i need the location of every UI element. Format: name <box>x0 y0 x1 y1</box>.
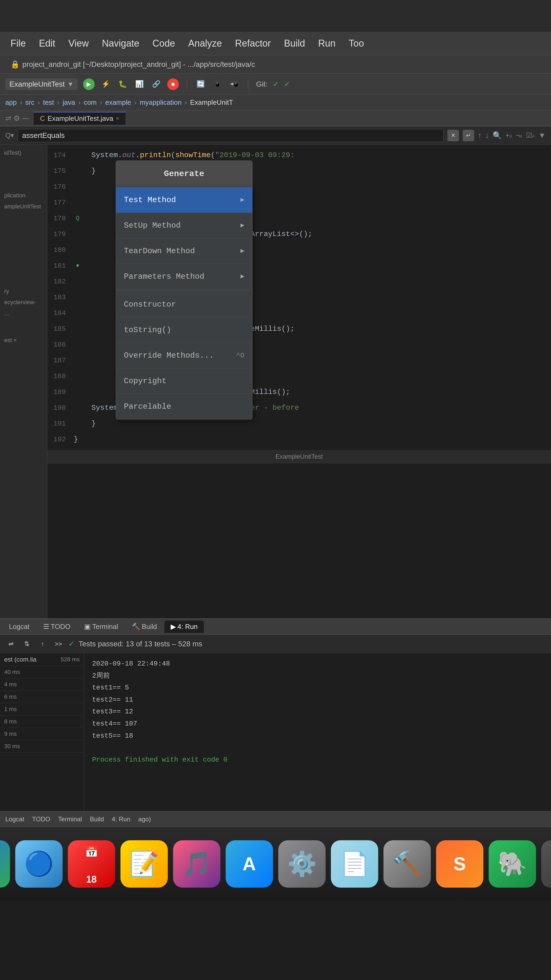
search-input[interactable] <box>17 129 444 142</box>
output-line-2: test1== 5 <box>92 682 543 694</box>
menu-file[interactable]: File <box>11 38 26 49</box>
search-options2[interactable]: ¬ᵢᵢ <box>516 131 522 140</box>
test-list-item-1[interactable]: 40 ms <box>0 666 84 678</box>
menu-setup-method[interactable]: SetUp Method ▶ <box>116 213 252 239</box>
tab-todo[interactable]: ☰ TODO <box>37 620 77 633</box>
status-terminal[interactable]: Terminal <box>58 816 82 823</box>
bc-test[interactable]: test <box>43 99 54 107</box>
search-options3[interactable]: ☑ᵢᵢ <box>526 131 535 140</box>
menu-teardown-label: TearDown Method <box>124 243 195 259</box>
status-logcat[interactable]: Logcat <box>5 816 24 823</box>
run-button[interactable]: ▶ <box>83 78 95 90</box>
bug-button[interactable]: 🐛 <box>117 78 129 90</box>
dock-item-evernote[interactable]: 🐘 <box>489 840 536 888</box>
search-down-icon[interactable]: ↓ <box>485 131 489 140</box>
dock-item-appstore[interactable]: A <box>225 840 273 888</box>
menu-parameters-method[interactable]: Parameters Method ▶ <box>116 264 252 290</box>
code-editor[interactable]: 174 System.out.println(showTime("2019-09… <box>47 145 551 619</box>
test-sort-btn[interactable]: ⇅ <box>21 638 33 650</box>
bc-java[interactable]: java <box>63 99 75 107</box>
dock-item-preview[interactable]: 📄 <box>331 840 378 888</box>
bc-class[interactable]: ExampleUnitT <box>190 99 233 107</box>
dock-item-sublime[interactable]: S <box>436 840 483 888</box>
tab-logcat[interactable]: Logcat <box>3 620 36 633</box>
tab-build[interactable]: 🔨 Build <box>125 620 164 633</box>
test-list-item-5[interactable]: 8 ms <box>0 716 84 728</box>
profile-button[interactable]: 📊 <box>133 78 145 90</box>
menu-override[interactable]: Override Methods... ^O <box>116 343 252 368</box>
dock-item-notes[interactable]: 📝 <box>121 840 168 888</box>
git-check1[interactable]: ✓ <box>273 80 279 88</box>
line-num-180: 180 <box>47 242 74 258</box>
status-run[interactable]: 4: Run <box>112 816 130 823</box>
menu-constructor[interactable]: Constructor <box>116 292 252 317</box>
menu-tostring[interactable]: toString() <box>116 317 252 343</box>
menu-test-method[interactable]: Test Method ▶ <box>116 188 252 213</box>
dock-item-finder[interactable]: 🔵 <box>15 840 63 888</box>
search-options1[interactable]: +ᵢᵢ <box>505 131 512 140</box>
menu-analyze[interactable]: Analyze <box>188 38 222 49</box>
bc-myapp[interactable]: myapplication <box>140 99 181 107</box>
sync-button[interactable]: 🔄 <box>195 78 206 90</box>
menu-view[interactable]: View <box>68 38 89 49</box>
menu-copyright[interactable]: Copyright <box>116 368 252 394</box>
stop-button[interactable]: ■ <box>167 78 179 90</box>
menu-teardown-method[interactable]: TearDown Method ▶ <box>116 239 252 264</box>
project-icon: 🔒 <box>11 60 20 69</box>
avd-button[interactable]: 📲 <box>229 78 240 90</box>
bc-com[interactable]: com <box>84 99 97 107</box>
bc-example[interactable]: example <box>105 99 131 107</box>
test-list-item-6[interactable]: 9 ms <box>0 728 84 740</box>
dock-item-calendar[interactable]: 📅 18 <box>68 840 115 888</box>
menu-edit[interactable]: Edit <box>39 38 55 49</box>
sidebar-toggle2[interactable]: ⚙ <box>13 114 20 123</box>
menu-code[interactable]: Code <box>152 38 175 49</box>
test-rerun-btn[interactable]: ⇌ <box>5 638 17 650</box>
sidebar-toggle1[interactable]: ⇌ <box>5 114 11 123</box>
search-filter[interactable]: ▼ <box>538 131 546 140</box>
test-list-item-4[interactable]: 1 ms <box>0 703 84 716</box>
dock-item-hammer[interactable]: 🔨 <box>383 840 431 888</box>
dock-item-safari[interactable]: 🌐 <box>0 840 10 888</box>
config-dropdown-icon[interactable]: ▼ <box>67 81 74 88</box>
menu-build[interactable]: Build <box>284 38 305 49</box>
generate-menu[interactable]: Test Method ▶ SetUp Method ▶ TearDown Me… <box>116 188 252 420</box>
attach-button[interactable]: 🔗 <box>151 78 162 90</box>
test-up-btn[interactable]: ↑ <box>37 638 48 650</box>
test-forward-btn[interactable]: >> <box>52 638 64 650</box>
debug-button[interactable]: ⚡ <box>100 78 111 90</box>
bc-src[interactable]: src <box>25 99 35 107</box>
test-list-item-3[interactable]: 6 ms <box>0 691 84 703</box>
preview-icon: 📄 <box>340 850 369 878</box>
test-list-item-0[interactable]: est (com.lia 528 ms <box>0 653 84 666</box>
toolbar-sep2 <box>248 79 248 89</box>
tab-run[interactable]: ▶ 4: Run <box>164 620 204 633</box>
line-num-184: 184 <box>47 305 74 321</box>
search-find-icon[interactable]: 🔍 <box>492 131 502 140</box>
dock-item-more[interactable]: › <box>541 840 551 888</box>
git-check2[interactable]: ✓ <box>284 80 290 88</box>
search-up-icon[interactable]: ↑ <box>478 131 481 140</box>
menu-refactor[interactable]: Refactor <box>235 38 271 49</box>
sidebar-label7: est × <box>0 335 47 346</box>
search-enter-btn[interactable]: ↵ <box>463 130 474 141</box>
tab-terminal[interactable]: ▣ Terminal <box>78 620 124 633</box>
sidebar-toggle3[interactable]: — <box>22 114 29 123</box>
menu-run[interactable]: Run <box>318 38 336 49</box>
line-num-182: 182 <box>47 274 74 290</box>
bc-app[interactable]: app <box>5 99 17 107</box>
menu-teardown-arrow: ▶ <box>241 243 245 259</box>
search-clear-btn[interactable]: ✕ <box>447 130 459 141</box>
test-list-item-2[interactable]: 4 ms <box>0 678 84 691</box>
tab-unit-test[interactable]: C ExampleUnitTest.java × <box>34 112 126 125</box>
tab-close-btn[interactable]: × <box>116 115 119 122</box>
dock-item-music[interactable]: 🎵 <box>173 840 221 888</box>
menu-navigate[interactable]: Navigate <box>102 38 139 49</box>
dock-item-settings[interactable]: ⚙️ <box>278 840 326 888</box>
status-build[interactable]: Build <box>90 816 104 823</box>
test-list-item-7[interactable]: 30 ms <box>0 740 84 752</box>
menu-parcelable[interactable]: Parcelable <box>116 394 252 419</box>
status-todo[interactable]: TODO <box>32 816 50 823</box>
menu-tools[interactable]: Too <box>349 38 364 49</box>
device-button[interactable]: 📱 <box>212 78 223 90</box>
